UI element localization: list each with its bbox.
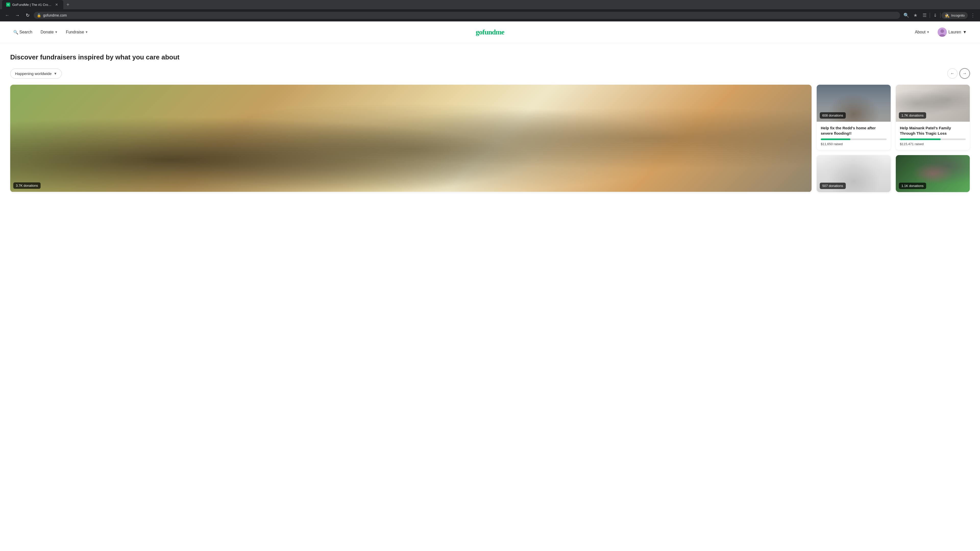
user-chevron-icon: ▼ [963, 30, 967, 35]
raised-amount-family: $115,471 raised [900, 142, 966, 146]
fundraise-chevron-icon: ▼ [85, 30, 88, 34]
reload-button[interactable]: ↻ [24, 11, 32, 19]
card-cycling-group[interactable]: 3.7K donations [10, 85, 811, 192]
location-filter[interactable]: Happening worldwide ▼ [10, 68, 62, 79]
progress-bar-home [821, 138, 886, 140]
site-logo: gofundme [476, 28, 504, 36]
donate-chevron-icon: ▼ [55, 30, 58, 34]
url-input[interactable] [43, 13, 897, 17]
card-cyclist-pink[interactable]: 1.1K donations [896, 155, 970, 192]
card-redd-home[interactable]: 608 donations Help fix the Redd's home a… [817, 85, 891, 150]
fundraise-label: Fundraise [66, 30, 84, 35]
about-nav-item[interactable]: About ▼ [912, 28, 933, 37]
extensions-button[interactable]: ☰ [921, 11, 929, 19]
browser-toolbar: ← → ↻ 🔒 🔍 ★ ☰ ⇓ 🕵 Incognito ⋮ [0, 9, 980, 21]
svg-point-1 [940, 29, 944, 33]
filter-bar: Happening worldwide ▼ ← → [10, 68, 970, 79]
family-donations-badge: 1.7K donations [899, 112, 926, 119]
cards-grid: 3.7K donations 608 donations Help fix th… [10, 85, 970, 192]
home-donations-badge: 608 donations [820, 112, 846, 119]
site-nav-right: About ▼ Lauren ▼ [912, 25, 970, 39]
prev-arrow-button[interactable]: ← [947, 68, 958, 79]
section-title: Discover fundraisers inspired by what yo… [10, 53, 970, 61]
bookmark-button[interactable]: ★ [912, 11, 920, 19]
progress-fill-family [900, 138, 941, 140]
search-icon: 🔍 [13, 30, 18, 35]
site-logo-container[interactable]: gofundme [476, 28, 504, 36]
site-header: 🔍 Search Donate ▼ Fundraise ▼ gofundme A… [0, 21, 980, 43]
progress-bar-family [900, 138, 966, 140]
incognito-label: Incognito [951, 14, 965, 17]
address-bar[interactable]: 🔒 [34, 12, 900, 19]
raised-amount-home: $11,650 raised [821, 142, 886, 146]
card-image-cyclist: 1.1K donations [896, 155, 970, 192]
user-name-label: Lauren [948, 30, 961, 35]
about-label: About [915, 30, 926, 35]
next-arrow-button[interactable]: → [959, 68, 970, 79]
page-content: 🔍 Search Donate ▼ Fundraise ▼ gofundme A… [0, 21, 980, 197]
white-coat-donations-badge: 507 donations [820, 183, 846, 189]
download-button[interactable]: ⇓ [931, 11, 939, 19]
main-section: Discover fundraisers inspired by what yo… [0, 43, 980, 197]
carousel-nav: ← → [947, 68, 970, 79]
incognito-icon: 🕵 [945, 13, 950, 18]
lock-icon: 🔒 [37, 13, 41, 17]
browser-chrome: G GoFundMe | The #1 Crowdfund... ✕ + ← →… [0, 0, 980, 21]
cycling-donations-badge: 3.7K donations [13, 183, 41, 189]
donate-nav-item[interactable]: Donate ▼ [38, 28, 61, 37]
filter-chevron-icon: ▼ [54, 72, 57, 76]
tab-close-button[interactable]: ✕ [54, 2, 59, 7]
location-filter-label: Happening worldwide [15, 71, 52, 76]
card-title-home: Help fix the Redd's home after severe fl… [821, 125, 886, 136]
new-tab-button[interactable]: + [64, 1, 72, 8]
tab-title: GoFundMe | The #1 Crowdfund... [12, 3, 52, 6]
cyclist-donations-badge: 1.1K donations [899, 183, 926, 189]
search-nav-item[interactable]: 🔍 Search [10, 28, 35, 37]
fundraise-nav-item[interactable]: Fundraise ▼ [63, 28, 91, 37]
avatar [938, 27, 947, 37]
search-toolbar-button[interactable]: 🔍 [902, 11, 910, 19]
card-title-family: Help Mainank Patel's Family Through This… [900, 125, 966, 136]
search-label: Search [19, 30, 32, 35]
tab-favicon: G [6, 3, 10, 6]
card-image-cycling: 3.7K donations [10, 85, 811, 192]
toolbar-actions: 🔍 ★ ☰ ⇓ 🕵 Incognito ⋮ [902, 11, 977, 19]
card-white-coat[interactable]: 507 donations [817, 155, 891, 192]
card-body-home: Help fix the Redd's home after severe fl… [817, 122, 891, 150]
user-menu[interactable]: Lauren ▼ [935, 25, 970, 39]
toolbar-separator-2 [940, 13, 940, 18]
card-mainank-patel[interactable]: 1.7K donations Help Mainank Patel's Fami… [896, 85, 970, 150]
toolbar-separator [930, 13, 930, 18]
tab-bar: G GoFundMe | The #1 Crowdfund... ✕ + [0, 0, 980, 9]
card-image-home: 608 donations [817, 85, 891, 122]
back-button[interactable]: ← [3, 11, 11, 19]
forward-button[interactable]: → [13, 11, 21, 19]
active-tab[interactable]: G GoFundMe | The #1 Crowdfund... ✕ [2, 0, 63, 9]
card-image-white-coat: 507 donations [817, 155, 891, 192]
card-image-family: 1.7K donations [896, 85, 970, 122]
about-chevron-icon: ▼ [926, 30, 929, 34]
donate-label: Donate [41, 30, 54, 35]
cycling-image [10, 85, 811, 192]
menu-button[interactable]: ⋮ [969, 11, 977, 19]
incognito-badge[interactable]: 🕵 Incognito [942, 12, 968, 19]
progress-fill-home [821, 138, 850, 140]
site-nav-left: 🔍 Search Donate ▼ Fundraise ▼ [10, 28, 91, 37]
card-body-family: Help Mainank Patel's Family Through This… [896, 122, 970, 150]
